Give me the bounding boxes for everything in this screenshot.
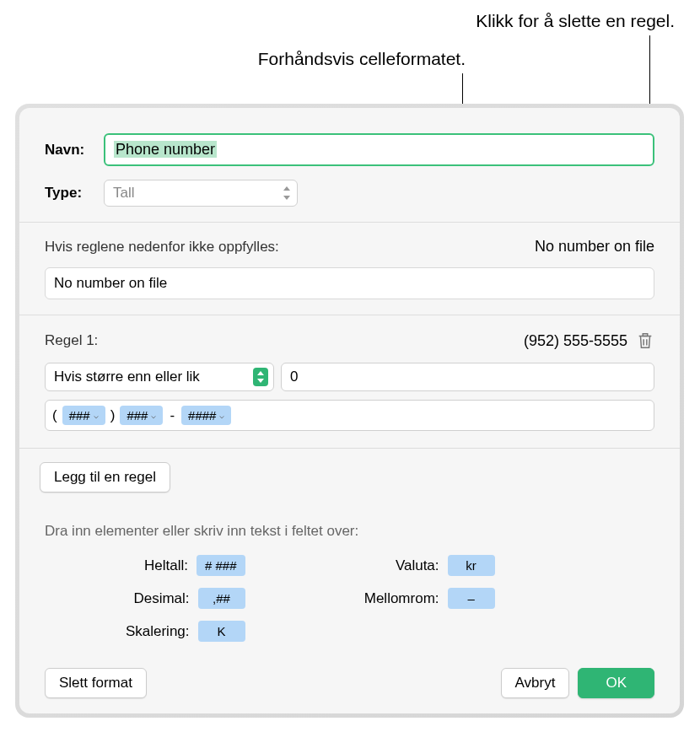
- name-input[interactable]: Phone number: [104, 133, 654, 166]
- rule-1-label: Regel 1:: [45, 332, 98, 349]
- chevron-down-icon: ⌵: [219, 411, 224, 420]
- trash-icon[interactable]: [636, 331, 654, 351]
- name-value: Phone number: [114, 141, 217, 158]
- skalering-token[interactable]: K: [198, 621, 245, 642]
- condition-value: Hvis større enn eller lik: [54, 369, 200, 385]
- token-text: ####: [188, 408, 216, 423]
- token-text: ###: [127, 408, 148, 423]
- format-pattern-input[interactable]: ( ### ⌵ ) ### ⌵ - #### ⌵: [45, 400, 654, 431]
- chevron-down-icon: ⌵: [151, 411, 156, 420]
- add-rule-button[interactable]: Legg til en regel: [40, 462, 170, 492]
- mellomrom-label: Mellomrom:: [363, 590, 439, 607]
- format-token[interactable]: ### ⌵: [62, 406, 105, 425]
- header-section: Navn: Phone number Type: Tall: [19, 108, 680, 222]
- drag-grid: Heltall: # ### Desimal: ,## Skalering: K: [45, 555, 654, 642]
- token-text: ###: [69, 408, 90, 423]
- name-row: Navn: Phone number: [45, 133, 654, 166]
- heltall-label: Heltall:: [112, 557, 188, 574]
- fallback-header: Hvis reglene nedenfor ikke oppfylles: No…: [45, 238, 654, 256]
- drag-item-valuta: Valuta: kr: [363, 555, 495, 576]
- cancel-button[interactable]: Avbryt: [501, 668, 570, 698]
- drag-item-skalering: Skalering: K: [112, 621, 245, 642]
- delete-format-button[interactable]: Slett format: [45, 668, 147, 698]
- condition-select[interactable]: Hvis større enn eller lik: [45, 363, 274, 391]
- fallback-label: Hvis reglene nedenfor ikke oppfylles:: [45, 239, 279, 256]
- fallback-section: Hvis reglene nedenfor ikke oppfylles: No…: [19, 223, 680, 315]
- format-token[interactable]: ### ⌵: [120, 406, 163, 425]
- callout-delete-rule: Klikk for å slette en regel.: [476, 11, 675, 31]
- drag-col-left: Heltall: # ### Desimal: ,## Skalering: K: [112, 555, 245, 642]
- chevron-updown-icon: [253, 368, 268, 386]
- ok-button[interactable]: OK: [578, 668, 654, 698]
- format-token[interactable]: #### ⌵: [181, 406, 231, 425]
- type-label: Type:: [45, 185, 104, 202]
- condition-value-input[interactable]: [281, 363, 654, 391]
- drag-item-desimal: Desimal: ,##: [112, 588, 245, 609]
- drag-item-heltall: Heltall: # ###: [112, 555, 245, 576]
- skalering-label: Skalering:: [114, 623, 190, 640]
- rule-1-controls: Hvis større enn eller lik: [45, 363, 654, 391]
- paren-close: ): [110, 407, 116, 424]
- type-row: Type: Tall: [45, 180, 654, 207]
- drag-col-right: Valuta: kr Mellomrom: –: [363, 555, 495, 642]
- chevron-updown-icon: [282, 186, 290, 200]
- dialog-container: Navn: Phone number Type: Tall Hvis regle…: [15, 104, 684, 718]
- add-rule-section: Legg til en regel: [19, 449, 680, 506]
- fallback-input[interactable]: [45, 267, 654, 299]
- custom-format-dialog: Navn: Phone number Type: Tall Hvis regle…: [19, 108, 680, 713]
- drag-instruction: Dra inn elementer eller skriv inn tekst …: [45, 523, 654, 540]
- valuta-label: Valuta:: [363, 557, 439, 574]
- mellomrom-token[interactable]: –: [448, 588, 495, 609]
- rule-1-section: Regel 1: (952) 555-5555: [19, 315, 680, 448]
- desimal-token[interactable]: ,##: [198, 588, 245, 609]
- fallback-preview: No number on file: [535, 238, 654, 256]
- name-label: Navn:: [45, 142, 104, 159]
- type-value: Tall: [113, 185, 135, 202]
- rule-1-preview: (952) 555-5555: [524, 332, 627, 350]
- button-bar: Slett format Avbryt OK: [45, 668, 654, 698]
- dash: -: [170, 407, 175, 424]
- callout-preview-format: Forhåndsvis celleformatet.: [258, 49, 466, 69]
- rule-1-preview-wrap: (952) 555-5555: [524, 331, 654, 351]
- desimal-label: Desimal:: [114, 590, 190, 607]
- type-select[interactable]: Tall: [104, 180, 298, 207]
- paren-open: (: [52, 407, 57, 424]
- rule-1-header: Regel 1: (952) 555-5555: [45, 331, 654, 351]
- drag-item-mellomrom: Mellomrom: –: [363, 588, 495, 609]
- heltall-token[interactable]: # ###: [197, 555, 245, 576]
- drag-elements-section: Dra inn elementer eller skriv inn tekst …: [19, 506, 680, 659]
- button-group-right: Avbryt OK: [501, 668, 654, 698]
- chevron-down-icon: ⌵: [94, 411, 99, 420]
- valuta-token[interactable]: kr: [448, 555, 495, 576]
